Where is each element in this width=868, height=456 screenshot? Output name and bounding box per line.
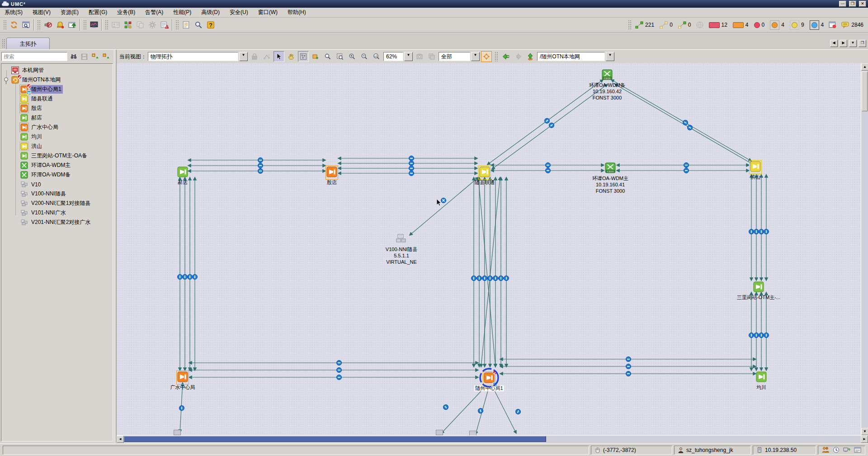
topo-node-guangshui[interactable]: 广水中心局 bbox=[153, 371, 212, 390]
zoom-dropdown-button[interactable]: ▼ bbox=[404, 52, 413, 61]
topo-node-suizhou-central-1[interactable]: M 随州中心局1 bbox=[460, 372, 519, 391]
link-count-unknown[interactable]: 0 bbox=[660, 21, 673, 28]
tree-item-guangshui-central[interactable]: 广水中心局 bbox=[1, 123, 113, 132]
tree-item-hongshan[interactable]: 洪山 bbox=[1, 142, 113, 151]
overview-map-button[interactable] bbox=[298, 51, 309, 62]
clipped-node-stub[interactable] bbox=[469, 431, 476, 435]
collapse-all-button[interactable]: - bbox=[101, 52, 111, 62]
tree-item-suixian-unicom[interactable]: 随县联通 bbox=[1, 94, 113, 104]
export-alarm-button[interactable] bbox=[66, 19, 78, 31]
tree-item-haodian[interactable]: 郝店 bbox=[1, 113, 113, 123]
alarm-count-major[interactable]: 4 bbox=[770, 20, 784, 30]
search-go-button[interactable] bbox=[69, 52, 78, 62]
back-button[interactable] bbox=[500, 51, 511, 62]
topo-node-huantan-wdm-primary[interactable]: F3000 环谭OA-WDM主 10.19.160.41 FONST 3000 bbox=[581, 162, 640, 194]
tree-item-yindian[interactable]: 殷店 bbox=[1, 104, 113, 113]
view-combobox[interactable]: 物理拓扑 ▼ bbox=[148, 52, 248, 61]
tab-restore-button[interactable]: ❐ bbox=[859, 40, 866, 47]
topo-node-junchuan[interactable]: 均川 bbox=[732, 371, 791, 390]
magnify-button[interactable] bbox=[322, 51, 333, 62]
alarm-board-button[interactable] bbox=[158, 19, 170, 31]
tree-item-huantan-wdm-backup[interactable]: 环潭OA-WDM备 bbox=[1, 170, 113, 180]
mute-alarm-sound-button[interactable] bbox=[42, 19, 54, 31]
forward-button[interactable] bbox=[513, 51, 524, 62]
topo-node-hongshan[interactable]: 洪山 bbox=[726, 161, 785, 180]
clipped-node-stub[interactable] bbox=[174, 430, 181, 435]
message-count[interactable]: 2846 bbox=[841, 21, 863, 28]
performance-browse-button[interactable] bbox=[88, 19, 100, 31]
tab-scroll-left-button[interactable]: ◀ bbox=[830, 40, 838, 47]
tree-item-junchuan[interactable]: 均川 bbox=[1, 132, 113, 142]
tree-item-local-nms[interactable]: 本机网管 bbox=[1, 66, 113, 75]
search-tool-button[interactable] bbox=[192, 19, 204, 31]
create-link-button[interactable]: + bbox=[261, 51, 272, 62]
menu-view[interactable]: 视图(V) bbox=[33, 9, 51, 16]
minimize-button[interactable]: — bbox=[839, 1, 846, 7]
notes-button[interactable] bbox=[180, 19, 192, 31]
zoom-combobox[interactable]: 62% ▼ bbox=[383, 52, 413, 61]
tab-grip[interactable] bbox=[2, 39, 5, 48]
tab-scroll-right-button[interactable]: ▶ bbox=[840, 40, 847, 47]
globe-button[interactable] bbox=[694, 19, 706, 31]
tree-item-suizhou-otn-network[interactable]: 随州OTN本地网 bbox=[1, 75, 113, 85]
horizontal-scroll-thumb[interactable] bbox=[124, 436, 546, 442]
topology-canvas[interactable]: F3000 环潭OA-WDM备 10.19.160.42 FONST 3000 … bbox=[117, 63, 861, 435]
alarm-panel-button[interactable] bbox=[826, 19, 839, 31]
path-dropdown-button[interactable]: ▼ bbox=[606, 52, 614, 61]
clock-icon[interactable] bbox=[833, 446, 840, 453]
console-log-icon[interactable] bbox=[854, 446, 861, 453]
settings-button[interactable] bbox=[146, 19, 158, 31]
zoom-in-button[interactable] bbox=[347, 51, 358, 62]
menu-performance[interactable]: 性能(P) bbox=[173, 9, 191, 16]
collapsed-link-badges[interactable] bbox=[178, 117, 769, 415]
user-session-button[interactable] bbox=[109, 19, 122, 31]
topo-node-haodian[interactable]: 郝店 bbox=[153, 166, 212, 185]
menu-service[interactable]: 业务(B) bbox=[117, 9, 135, 16]
tree-item-sanligang[interactable]: 三里岗站-OTM主-OA备 bbox=[1, 151, 113, 161]
filter-combobox[interactable]: 全部 ▼ bbox=[439, 52, 480, 61]
locate-button[interactable] bbox=[481, 51, 492, 62]
filter-dropdown-button[interactable]: ▼ bbox=[471, 52, 480, 61]
vertical-scroll-thumb[interactable] bbox=[862, 71, 868, 111]
vertical-scrollbar[interactable]: ▲ ▼ bbox=[861, 63, 868, 435]
create-ne-button[interactable] bbox=[310, 51, 321, 62]
scroll-down-button[interactable]: ▼ bbox=[861, 428, 868, 435]
tree-item-v100[interactable]: V100-NNI随县 bbox=[1, 189, 113, 199]
alarm-count-minor[interactable]: 9 bbox=[790, 20, 804, 30]
save-search-button[interactable] bbox=[80, 52, 89, 62]
tree-item-v101[interactable]: V101-NNI广水 bbox=[1, 208, 113, 218]
alarm-count-warning[interactable]: 4 bbox=[810, 20, 824, 30]
tree-expander[interactable] bbox=[4, 77, 8, 81]
online-users-icon[interactable] bbox=[822, 446, 829, 453]
horizontal-scrollbar[interactable]: ◄ ► bbox=[117, 435, 868, 442]
tab-main-topology[interactable]: 主拓扑 bbox=[6, 38, 50, 50]
zoom-region-button[interactable] bbox=[335, 51, 345, 62]
maximize-button[interactable]: ❐ bbox=[849, 1, 856, 7]
tree-item-huantan-wdm-primary[interactable]: 环谭OA-WDM主 bbox=[1, 161, 113, 170]
close-button[interactable]: ✕ bbox=[859, 1, 866, 7]
alarm-count-critical-bar[interactable]: 12 bbox=[709, 22, 727, 28]
zoom-reset-button[interactable]: x1 bbox=[371, 51, 382, 62]
topo-node-huantan-wdm-backup[interactable]: F3000 环潭OA-WDM备 10.19.160.42 FONST 3000 bbox=[578, 69, 637, 101]
menu-security[interactable]: 安全(U) bbox=[230, 9, 248, 16]
remote-connection-icon[interactable] bbox=[843, 446, 850, 453]
tree-item-v10[interactable]: V10 bbox=[1, 180, 113, 189]
menu-alarm[interactable]: 告警(A) bbox=[145, 9, 163, 16]
topology-discovery-button[interactable] bbox=[122, 19, 134, 31]
menu-system[interactable]: 系统(S) bbox=[5, 9, 23, 16]
lock-button[interactable] bbox=[249, 51, 260, 62]
clipped-node-stub[interactable] bbox=[436, 430, 443, 435]
scroll-up-button[interactable]: ▲ bbox=[861, 63, 868, 71]
find-button[interactable] bbox=[20, 19, 32, 31]
alarm-count-major-bar[interactable]: 4 bbox=[733, 22, 749, 28]
topo-node-yindian[interactable]: 殷店 bbox=[302, 166, 361, 185]
topo-node-v100-virtual[interactable]: V100-NNI随县 5.5.1.1 VIRTUAL_NE bbox=[372, 233, 431, 265]
search-input[interactable] bbox=[1, 52, 67, 61]
topo-node-suixian-unicom[interactable]: 随县联通 bbox=[455, 166, 514, 185]
select-tool-button[interactable] bbox=[274, 51, 284, 62]
menu-config[interactable]: 配置(G) bbox=[89, 9, 107, 16]
menu-resource[interactable]: 资源(E) bbox=[61, 9, 79, 16]
view-dropdown-button[interactable]: ▼ bbox=[239, 52, 248, 61]
tree-item-suizhou-central-1[interactable]: M 随州中心局1 bbox=[1, 85, 113, 94]
link-count-partial[interactable]: 0 bbox=[678, 21, 691, 28]
